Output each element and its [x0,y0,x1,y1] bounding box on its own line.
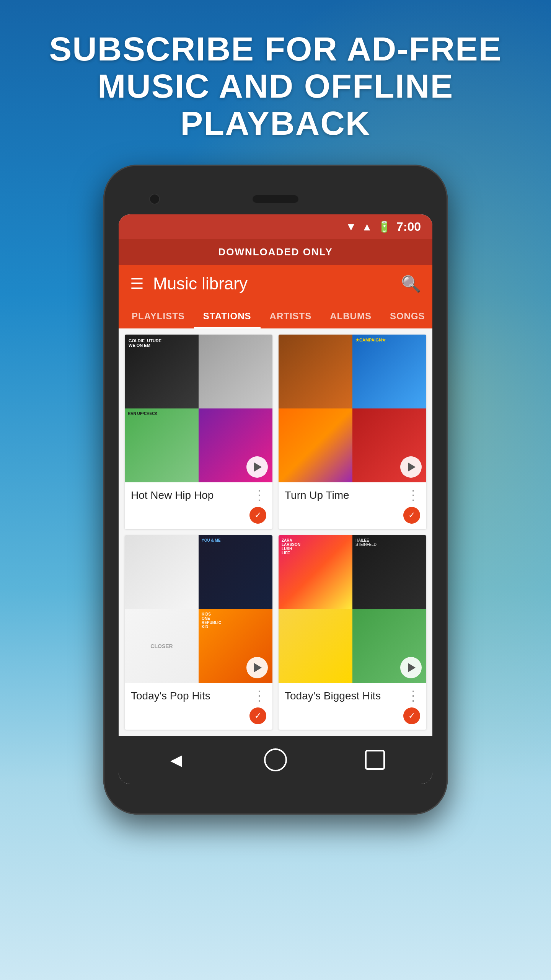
album-thumb-3 [125,609,199,683]
album-art-grid [125,335,272,482]
tabs-bar: PLAYLISTS STATIONS ARTISTS ALBUMS SONGS [119,302,432,328]
app-title: Music library [153,274,248,293]
play-triangle-icon [408,663,416,672]
more-options-icon[interactable]: ⋮ [253,488,266,502]
downloaded-badge: ✓ [403,507,420,524]
card-footer: ✓ [125,707,272,730]
card-footer: ✓ [279,507,426,529]
phone-top-bar [119,188,432,211]
downloaded-badge: ✓ [403,707,420,724]
album-thumb-1 [279,335,352,408]
album-thumb-1 [279,535,352,609]
status-icons: ▼ ▲ 🔋 7:00 [346,220,421,234]
app-switcher-icon [365,750,385,770]
album-thumb-2 [199,535,272,609]
more-options-icon[interactable]: ⋮ [253,689,266,703]
card-info: Today's Pop Hits ⋮ [125,683,272,707]
back-icon: ◀ [170,751,182,769]
play-button[interactable] [246,456,268,478]
album-art-grid [125,535,272,683]
tab-albums[interactable]: ALBUMS [321,302,381,328]
tab-songs[interactable]: SONGS [381,302,432,328]
signal-icon: ▲ [362,221,372,233]
tab-artists[interactable]: ARTISTS [261,302,321,328]
play-button[interactable] [400,657,422,678]
album-art-grid [279,335,426,482]
phone-device: ▼ ▲ 🔋 7:00 DOWNLOADED ONLY ☰ Music libra… [103,165,448,815]
card-info: Hot New Hip Hop ⋮ [125,482,272,507]
playlist-title: Hot New Hip Hop [131,489,214,501]
album-thumb-2 [352,535,426,609]
header-left: ☰ Music library [130,274,248,293]
album-thumb-2 [352,335,426,408]
subscribe-banner: SUBSCRIBE FOR AD-FREE MUSIC AND OFFLINE … [0,0,551,157]
home-circle-icon [264,748,287,771]
phone-shell: ▼ ▲ 🔋 7:00 DOWNLOADED ONLY ☰ Music libra… [103,165,448,815]
play-triangle-icon [254,462,262,472]
album-thumb-3 [125,408,199,482]
play-triangle-icon [408,462,416,472]
download-banner-text: DOWNLOADED ONLY [218,246,333,258]
downloaded-badge: ✓ [249,707,266,724]
playlist-title: Turn Up Time [285,489,349,501]
download-only-banner: DOWNLOADED ONLY [119,239,432,265]
hamburger-menu-icon[interactable]: ☰ [130,275,144,292]
phone-speaker [253,195,298,203]
status-time: 7:00 [396,220,421,234]
album-thumb-3 [279,408,352,482]
tab-stations[interactable]: STATIONS [194,302,261,328]
album-thumb-1 [125,535,199,609]
battery-icon: 🔋 [378,220,391,233]
playlist-card-todays-pop-hits[interactable]: Today's Pop Hits ⋮ ✓ [125,535,272,730]
download-check-icon: ✓ [408,711,415,721]
app-switcher-button[interactable] [362,746,388,773]
playlist-card-hot-new-hip-hop[interactable]: Hot New Hip Hop ⋮ ✓ [125,335,272,529]
album-thumb-2 [199,335,272,408]
tab-playlists[interactable]: PLAYLISTS [122,302,194,328]
download-check-icon: ✓ [408,510,415,520]
search-icon[interactable]: 🔍 [401,274,421,293]
play-triangle-icon [254,663,262,672]
more-options-icon[interactable]: ⋮ [406,488,420,502]
download-check-icon: ✓ [254,711,261,721]
playlist-card-todays-biggest-hits[interactable]: Today's Biggest Hits ⋮ ✓ [279,535,426,730]
download-check-icon: ✓ [254,510,261,520]
home-button[interactable] [262,746,289,773]
playlist-title: Today's Biggest Hits [285,690,381,702]
more-options-icon[interactable]: ⋮ [406,689,420,703]
play-button[interactable] [246,657,268,678]
card-footer: ✓ [279,707,426,730]
album-thumb-3 [279,609,352,683]
app-header: ☰ Music library 🔍 [119,265,432,302]
content-area: Hot New Hip Hop ⋮ ✓ [119,328,432,736]
play-button[interactable] [400,456,422,478]
card-info: Today's Biggest Hits ⋮ [279,683,426,707]
subscribe-text: SUBSCRIBE FOR AD-FREE MUSIC AND OFFLINE … [23,31,528,142]
playlist-card-turn-up-time[interactable]: Turn Up Time ⋮ ✓ [279,335,426,529]
playlist-grid: Hot New Hip Hop ⋮ ✓ [125,335,426,730]
card-footer: ✓ [125,507,272,529]
album-thumb-1 [125,335,199,408]
playlist-title: Today's Pop Hits [131,690,210,702]
back-button[interactable]: ◀ [163,746,189,773]
wifi-icon: ▼ [346,221,357,233]
navigation-bar: ◀ [119,736,432,784]
downloaded-badge: ✓ [249,507,266,524]
album-art-grid [279,535,426,683]
front-camera [149,194,160,204]
phone-screen: ▼ ▲ 🔋 7:00 DOWNLOADED ONLY ☰ Music libra… [119,214,432,784]
card-info: Turn Up Time ⋮ [279,482,426,507]
status-bar: ▼ ▲ 🔋 7:00 [119,214,432,239]
